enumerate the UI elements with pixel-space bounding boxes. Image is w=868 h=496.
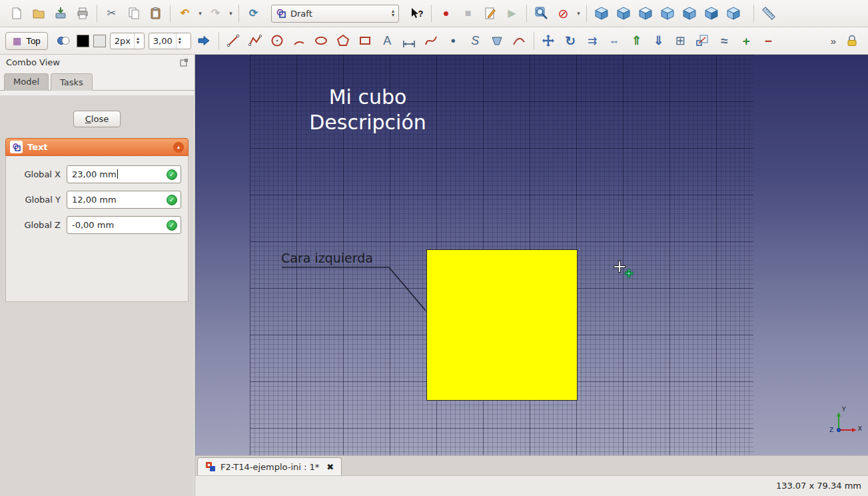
text-scale-value: 3,00 <box>153 36 173 46</box>
undo-button[interactable]: ↶ <box>174 3 196 23</box>
macro-play-button[interactable]: ▶ <box>501 3 523 23</box>
line-color-swatch[interactable] <box>77 35 89 47</box>
draft-bezier-tool[interactable] <box>508 31 530 51</box>
draft-move-tool[interactable] <box>538 31 560 51</box>
panel-options-icon[interactable] <box>180 58 189 67</box>
clipping-plane-button[interactable]: ⊘ <box>552 3 574 23</box>
draft-point-tool[interactable]: • <box>442 31 464 51</box>
draft-dimension-tool[interactable] <box>398 31 420 51</box>
close-task-button[interactable]: Close <box>73 111 121 127</box>
tab-tasks[interactable]: Tasks <box>51 73 93 91</box>
draft-downgrade-tool[interactable]: ⇓ <box>648 31 669 51</box>
new-document-button[interactable] <box>5 3 27 23</box>
undo-dropdown-icon[interactable]: ▾ <box>196 3 205 23</box>
construction-mode-toggle[interactable] <box>53 31 75 51</box>
global-z-input[interactable]: -0,00 mm ✓ <box>67 216 181 234</box>
task-text-header[interactable]: Text ▴ <box>5 138 189 156</box>
save-document-button[interactable] <box>49 3 71 23</box>
shapestring-tool-icon: S <box>471 35 479 47</box>
draft-shapestring-tool[interactable]: S <box>464 31 486 51</box>
copy-button[interactable] <box>123 3 145 23</box>
draft-draft2sketch-tool[interactable]: ≈ <box>713 31 735 51</box>
redo-dropdown-icon[interactable]: ▾ <box>226 3 235 23</box>
macro-edit-button[interactable] <box>479 3 501 23</box>
spinner-arrows-icon[interactable]: ▴▾ <box>176 33 183 49</box>
draft-addpoint-tool[interactable]: + <box>735 31 757 51</box>
face-color-swatch[interactable] <box>93 35 106 47</box>
lock-toolbars-button[interactable] <box>841 31 863 51</box>
draft-circle-tool[interactable] <box>266 31 288 51</box>
macro-record-button[interactable]: ● <box>435 3 457 23</box>
tab-model[interactable]: Model <box>4 73 49 91</box>
toolbar-separator <box>170 5 171 22</box>
draft-delpoint-tool[interactable]: − <box>757 31 779 51</box>
cube-top-face[interactable] <box>426 249 578 401</box>
zoom-selection-button[interactable] <box>530 3 552 23</box>
measure-button[interactable] <box>757 3 779 23</box>
paste-button[interactable] <box>145 3 167 23</box>
upgrade-tool-icon: ⇑ <box>632 35 642 47</box>
draft-bspline-tool[interactable] <box>420 31 442 51</box>
redo-button[interactable]: ↷ <box>205 3 226 23</box>
workbench-selector[interactable]: Draft ▴▾ <box>271 5 399 23</box>
global-y-input[interactable]: 12,00 mm ✓ <box>67 191 181 209</box>
draft-rectangle-tool[interactable] <box>354 31 376 51</box>
save-icon <box>53 6 68 21</box>
annotation-title[interactable]: Mi cubo <box>329 85 407 109</box>
annotation-subtitle[interactable]: Descripción <box>309 111 426 134</box>
axis-z-label: Z <box>829 427 833 433</box>
toolbar-separator <box>586 5 587 22</box>
top-view-button[interactable] <box>634 3 656 23</box>
right-view-button[interactable] <box>656 3 678 23</box>
3d-viewport[interactable]: Mi cubo Descripción Cara izquierda Y X Z <box>195 55 868 455</box>
cursor-arrow-icon <box>410 7 418 19</box>
text-tool-icon: A <box>383 35 391 47</box>
draft-facebinder-tool[interactable] <box>486 31 508 51</box>
global-y-value: 12,00 mm <box>72 195 117 205</box>
draft-ellipse-tool[interactable] <box>310 31 332 51</box>
lock-icon <box>845 33 859 48</box>
draft-offset-tool[interactable]: ⇉ <box>582 31 604 51</box>
draft-polyline-tool[interactable] <box>244 31 266 51</box>
print-button[interactable] <box>71 3 93 23</box>
combo-view-titlebar: Combo View <box>0 55 195 69</box>
global-x-input[interactable]: 23,00 mm ✓ <box>67 165 181 183</box>
spinner-arrows-icon[interactable]: ▴▾ <box>134 33 141 49</box>
draft-trimex-tool[interactable]: ⇔ <box>604 31 626 51</box>
bottom-view-button[interactable] <box>700 3 722 23</box>
draft-scale-tool[interactable] <box>691 31 713 51</box>
label-cara-izquierda[interactable]: Cara izquierda <box>281 251 373 265</box>
refresh-button[interactable]: ⟳ <box>242 3 264 23</box>
workbench-selector-value: Draft <box>290 9 312 19</box>
close-document-icon[interactable]: ✖ <box>326 462 334 472</box>
rear-cube-icon <box>682 6 697 21</box>
apply-style-button[interactable] <box>193 31 215 51</box>
draft-text-tool[interactable]: A <box>376 31 398 51</box>
toolbar-overflow-button[interactable]: » <box>826 31 841 51</box>
front-view-button[interactable] <box>612 3 634 23</box>
clipping-icon: ⊘ <box>558 7 569 20</box>
draft-polygon-tool[interactable] <box>332 31 354 51</box>
document-tab[interactable]: F2-T14-ejemplo-ini : 1* ✖ <box>197 457 342 475</box>
rear-view-button[interactable] <box>678 3 700 23</box>
line-width-spinner[interactable]: 2px ▴▾ <box>110 33 145 49</box>
cut-button[interactable]: ✂ <box>101 3 123 23</box>
magnifier-icon <box>534 6 549 21</box>
working-plane-button[interactable]: ▦ Top <box>5 32 48 50</box>
draft-arc-tool[interactable] <box>288 31 310 51</box>
whats-this-button[interactable]: ? <box>406 3 428 23</box>
draft-rotate-tool[interactable]: ↻ <box>560 31 582 51</box>
clipping-dropdown-icon[interactable]: ▾ <box>574 3 583 23</box>
draft-line-tool[interactable] <box>222 31 244 51</box>
open-document-button[interactable] <box>27 3 49 23</box>
array-tool-icon: ⊞ <box>675 35 685 47</box>
point-tool-icon: • <box>451 34 456 47</box>
draft-upgrade-tool[interactable]: ⇑ <box>626 31 648 51</box>
text-scale-spinner[interactable]: 3,00 ▴▾ <box>149 33 191 49</box>
axonometric-view-button[interactable] <box>590 3 612 23</box>
macro-stop-button[interactable]: ■ <box>457 3 479 23</box>
left-view-button[interactable] <box>722 3 744 23</box>
draft-array-tool[interactable]: ⊞ <box>669 31 691 51</box>
collapse-task-icon[interactable]: ▴ <box>173 142 184 153</box>
axonometric-cube-icon <box>594 6 609 21</box>
